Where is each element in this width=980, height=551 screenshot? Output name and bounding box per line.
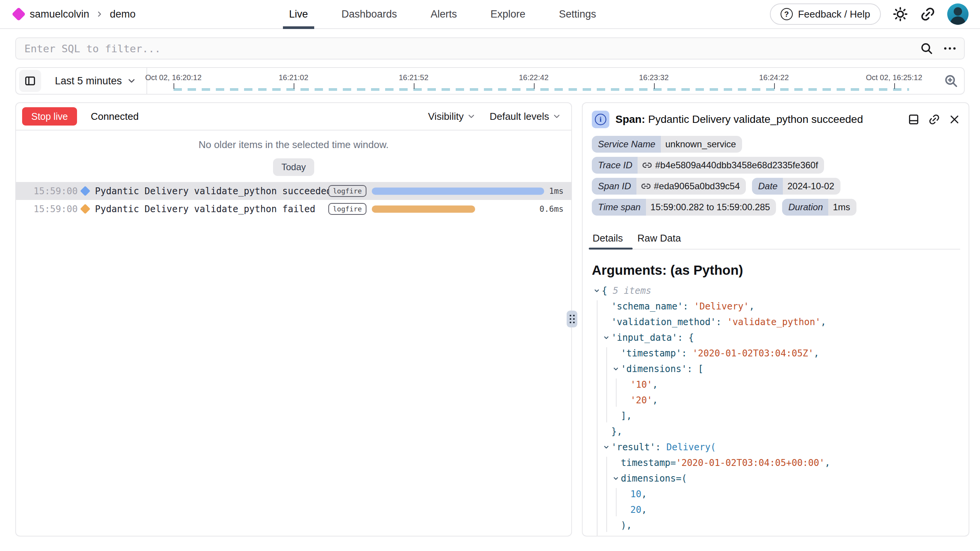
indent-guide	[606, 457, 607, 532]
log-row[interactable]: 15:59:00Pydantic Delivery validate_pytho…	[16, 182, 571, 200]
panel-resize-handle[interactable]	[567, 311, 577, 327]
code-token: 'validate_python'	[727, 317, 821, 327]
duration-bar	[372, 205, 475, 213]
code-token: : {	[677, 332, 694, 343]
code-token: ),	[611, 536, 622, 536]
arguments-code-tree: { 5 items'schema_name': 'Delivery','vali…	[594, 283, 969, 536]
default-levels-dropdown[interactable]: Default levels	[490, 111, 561, 122]
duration-bar	[372, 187, 544, 195]
main-content: Stop live Connected Visibility Default l…	[15, 102, 969, 536]
badge-span-id[interactable]: Span ID#eda9065a0bd39c54	[592, 178, 746, 195]
code-token: :	[716, 317, 727, 327]
code-token: ],	[621, 411, 632, 421]
sql-filter-input[interactable]: Enter SQL to filter...	[24, 43, 920, 55]
badge-service-name[interactable]: Service Nameunknown_service	[592, 136, 742, 153]
badge-label: Span ID	[592, 178, 636, 195]
duration-bar-track	[372, 182, 529, 200]
feedback-help-button[interactable]: ? Feedback / Help	[770, 3, 881, 25]
user-avatar[interactable]	[947, 3, 969, 25]
logfire-logo-icon[interactable]	[12, 7, 26, 21]
badge-row: Service Nameunknown_service	[592, 136, 959, 153]
badge-label: Trace ID	[592, 157, 638, 174]
badge-duration[interactable]: Duration1ms	[782, 199, 856, 216]
badge-value: #b4e5809a440dbb3458e68d2335fe360f	[638, 157, 824, 174]
badge-label: Date	[752, 178, 783, 195]
tab-alerts[interactable]: Alerts	[424, 0, 463, 28]
collapse-caret-icon[interactable]	[612, 475, 619, 482]
tab-dashboards[interactable]: Dashboards	[336, 0, 403, 28]
tab-raw-data[interactable]: Raw Data	[636, 229, 681, 250]
code-line: 'timestamp': '2020-01-02T03:04:05Z',	[594, 346, 969, 361]
timeline-tick	[414, 83, 414, 89]
code-token: 5 items	[613, 285, 651, 296]
tab-live[interactable]: Live	[283, 0, 314, 28]
link-icon	[916, 3, 939, 25]
log-timestamp: 15:59:00	[34, 186, 79, 197]
code-token: 'result'	[611, 442, 655, 453]
code-token: 'timestamp'	[621, 348, 681, 359]
tab-explore[interactable]: Explore	[484, 0, 532, 28]
badge-trace-id[interactable]: Trace ID#b4e5809a440dbb3458e68d2335fe360…	[592, 157, 824, 174]
timeline-tick-label: Oct 02, 16:20:12	[145, 73, 202, 82]
copy-link-icon[interactable]	[925, 111, 943, 128]
span-attributes: Service Nameunknown_serviceTrace ID#b4e5…	[583, 130, 969, 216]
time-range-bar: Last 5 minutes Oct 02, 16:20:1216:21:021…	[15, 67, 965, 95]
zoom-in-button[interactable]	[943, 73, 959, 89]
collapse-caret-icon[interactable]	[612, 366, 619, 372]
sidebar-toggle-button[interactable]	[19, 70, 41, 92]
trace-link-icon	[642, 160, 652, 170]
code-token: 'Delivery'	[694, 301, 749, 312]
timeline-tick	[294, 83, 294, 89]
badge-date[interactable]: Date2024-10-02	[752, 178, 840, 195]
badge-label: Duration	[782, 199, 828, 216]
project-name[interactable]: demo	[110, 8, 136, 20]
span-detail-header: i Span:Pydantic Delivery validate_python…	[583, 103, 969, 130]
code-token: ,	[641, 504, 647, 515]
collapse-caret-icon[interactable]	[593, 287, 600, 294]
share-link-button[interactable]	[920, 6, 936, 22]
theme-toggle-button[interactable]	[892, 6, 908, 22]
search-icon[interactable]	[920, 42, 933, 55]
collapse-caret-icon[interactable]	[603, 444, 610, 451]
stop-live-button[interactable]: Stop live	[22, 107, 77, 126]
tab-details[interactable]: Details	[592, 229, 623, 250]
collapse-caret-icon[interactable]	[603, 334, 610, 341]
feedback-help-label: Feedback / Help	[798, 8, 870, 20]
indent-guide	[597, 300, 598, 536]
logfire-tag: logfire	[328, 203, 366, 215]
code-line: ),	[594, 518, 969, 533]
timeline-track[interactable]: Oct 02, 16:20:1216:21:0216:21:5216:22:42…	[147, 68, 940, 94]
code-token: :	[655, 442, 667, 453]
code-line: ],	[594, 408, 969, 424]
dock-panel-icon[interactable]	[908, 113, 920, 126]
timeline-tick-label: Oct 02, 16:25:12	[866, 73, 922, 82]
more-options-icon[interactable]	[944, 47, 956, 50]
badge-time-span[interactable]: Time span15:59:00.282 to 15:59:00.285	[592, 199, 776, 216]
time-range-select[interactable]: Last 5 minutes	[41, 75, 146, 87]
zoom-in-icon	[943, 73, 959, 89]
info-icon: i	[592, 111, 609, 128]
badge-row: Span ID#eda9065a0bd39c54Date2024-10-02	[592, 178, 959, 195]
badge-value: 1ms	[828, 199, 856, 216]
today-pill[interactable]: Today	[273, 158, 314, 176]
code-token: ,	[641, 489, 647, 499]
indent-guide	[616, 379, 617, 407]
code-token: 10	[630, 489, 641, 499]
org-name[interactable]: samuelcolvin	[30, 8, 89, 20]
indent-guide	[606, 347, 607, 422]
code-token: 'input_data'	[611, 332, 677, 343]
code-token: : [	[687, 364, 703, 374]
code-token: '10'	[630, 379, 652, 390]
badge-value: #eda9065a0bd39c54	[636, 178, 746, 195]
code-token: timestamp=	[621, 458, 676, 468]
badge-label: Time span	[592, 199, 646, 216]
close-icon[interactable]	[949, 114, 960, 125]
code-token: ,	[652, 395, 658, 406]
log-row[interactable]: 15:59:00Pydantic Delivery validate_pytho…	[16, 200, 571, 218]
visibility-dropdown[interactable]: Visibility	[428, 111, 476, 122]
duration-bar-track	[372, 200, 529, 218]
tab-settings[interactable]: Settings	[553, 0, 602, 28]
visibility-label: Visibility	[428, 111, 463, 122]
badge-value-text: #eda9065a0bd39c54	[654, 181, 740, 192]
badge-value-text: 2024-10-02	[787, 181, 834, 192]
